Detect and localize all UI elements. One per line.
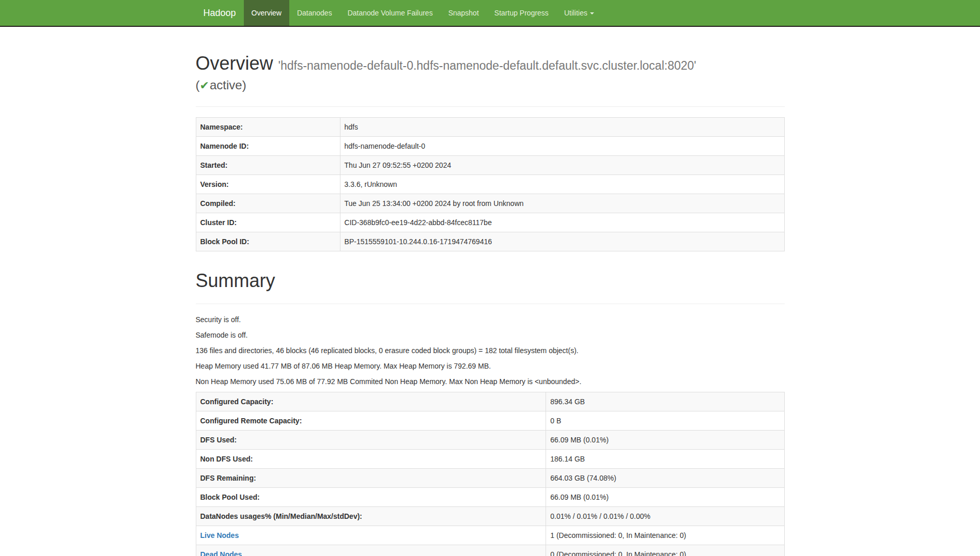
row-label: Block Pool ID: xyxy=(196,232,340,251)
namenode-info-table: Namespace:hdfsNamenode ID:hdfs-namenode-… xyxy=(196,117,785,251)
nav-label: Datanode Volume Failures xyxy=(348,9,433,17)
summary-line: Non Heap Memory used 75.06 MB of 77.92 M… xyxy=(196,376,785,387)
row-value: hdfs-namenode-default-0 xyxy=(340,136,784,155)
caret-down-icon xyxy=(590,12,594,14)
row-label: Compiled: xyxy=(196,194,340,213)
row-value: Thu Jun 27 09:52:55 +0200 2024 xyxy=(340,155,784,174)
brand-hadoop[interactable]: Hadoop xyxy=(196,0,244,26)
nav-item-utilities: Utilities xyxy=(556,0,602,26)
nav-item-startup-progress: Startup Progress xyxy=(487,0,556,26)
summary-title: Summary xyxy=(196,269,785,292)
row-value: Tue Jun 25 13:34:00 +0200 2024 by root f… xyxy=(340,194,784,213)
row-label: Non DFS Used: xyxy=(196,449,546,468)
nav-item-datanode-volume-failures: Datanode Volume Failures xyxy=(340,0,441,26)
table-row: Namespace:hdfs xyxy=(196,117,784,136)
nav-label: Overview xyxy=(252,9,282,17)
table-row: Namenode ID:hdfs-namenode-default-0 xyxy=(196,136,784,155)
row-label: Namespace: xyxy=(196,117,340,136)
summary-line: 136 files and directories, 46 blocks (46… xyxy=(196,345,785,356)
state-open-paren: ( xyxy=(196,78,200,92)
row-label: Namenode ID: xyxy=(196,136,340,155)
row-label: Block Pool Used: xyxy=(196,487,546,506)
summary-table: Configured Capacity:896.34 GBConfigured … xyxy=(196,392,785,556)
table-row: Block Pool ID:BP-1515559101-10.244.0.16-… xyxy=(196,232,784,251)
state-label: active xyxy=(210,78,242,92)
nav-link-datanode-volume-failures[interactable]: Datanode Volume Failures xyxy=(340,0,441,26)
nav-link-snapshot[interactable]: Snapshot xyxy=(441,0,487,26)
row-value: 896.34 GB xyxy=(546,392,784,411)
table-row: Configured Remote Capacity:0 B xyxy=(196,411,784,430)
dead-nodes-link[interactable]: Dead Nodes xyxy=(200,550,242,556)
row-label: Version: xyxy=(196,174,340,194)
nav-label: Utilities xyxy=(564,9,587,17)
summary-line: Security is off. xyxy=(196,314,785,325)
table-row: DFS Remaining:664.03 GB (74.08%) xyxy=(196,468,784,487)
summary-header: Summary xyxy=(196,251,785,304)
row-label: Live Nodes xyxy=(196,526,546,545)
top-navbar: Hadoop OverviewDatanodesDatanode Volume … xyxy=(0,0,980,27)
row-value: hdfs xyxy=(340,117,784,136)
row-value: 0.01% / 0.01% / 0.01% / 0.00% xyxy=(546,506,784,526)
table-row: DFS Used:66.09 MB (0.01%) xyxy=(196,430,784,449)
nav-label: Startup Progress xyxy=(494,9,549,17)
table-row: Version:3.3.6, rUnknown xyxy=(196,174,784,194)
row-label: Started: xyxy=(196,155,340,174)
row-label: DFS Remaining: xyxy=(196,468,546,487)
navbar-menu: OverviewDatanodesDatanode Volume Failure… xyxy=(244,0,602,26)
row-value: 0 B xyxy=(546,411,784,430)
row-value: CID-368b9fc0-ee19-4d22-abbd-84fcec8117be xyxy=(340,213,784,232)
row-label: Configured Remote Capacity: xyxy=(196,411,546,430)
row-label: Dead Nodes xyxy=(196,545,546,556)
row-value: 186.14 GB xyxy=(546,449,784,468)
summary-line: Safemode is off. xyxy=(196,330,785,340)
row-value: 3.3.6, rUnknown xyxy=(340,174,784,194)
main-content: Overview'hdfs-namenode-default-0.hdfs-na… xyxy=(188,27,792,556)
nav-link-overview[interactable]: Overview xyxy=(244,0,289,26)
nav-label: Snapshot xyxy=(448,9,479,17)
table-row: Cluster ID:CID-368b9fc0-ee19-4d22-abbd-8… xyxy=(196,213,784,232)
namenode-address: 'hdfs-namenode-default-0.hdfs-namenode-d… xyxy=(278,59,696,72)
nav-item-datanodes: Datanodes xyxy=(289,0,340,26)
row-value: 0 (Decommissioned: 0, In Maintenance: 0) xyxy=(546,545,784,556)
state-close-paren: ) xyxy=(242,78,246,92)
row-label: Cluster ID: xyxy=(196,213,340,232)
row-value: 66.09 MB (0.01%) xyxy=(546,487,784,506)
nav-link-startup-progress[interactable]: Startup Progress xyxy=(487,0,556,26)
table-row: Non DFS Used:186.14 GB xyxy=(196,449,784,468)
table-row: Dead Nodes0 (Decommissioned: 0, In Maint… xyxy=(196,545,784,556)
row-value: 66.09 MB (0.01%) xyxy=(546,430,784,449)
nav-link-datanodes[interactable]: Datanodes xyxy=(289,0,340,26)
row-value: 1 (Decommissioned: 0, In Maintenance: 0) xyxy=(546,526,784,545)
table-row: Block Pool Used:66.09 MB (0.01%) xyxy=(196,487,784,506)
summary-paragraphs: Security is off.Safemode is off.136 file… xyxy=(196,314,785,387)
table-row: Started:Thu Jun 27 09:52:55 +0200 2024 xyxy=(196,155,784,174)
row-label: DFS Used: xyxy=(196,430,546,449)
nav-link-utilities[interactable]: Utilities xyxy=(556,0,602,26)
namenode-state: (✔active) xyxy=(196,78,785,93)
nav-item-overview: Overview xyxy=(244,0,289,26)
table-row: Configured Capacity:896.34 GB xyxy=(196,392,784,411)
summary-line: Heap Memory used 41.77 MB of 87.06 MB He… xyxy=(196,361,785,371)
table-row: Live Nodes1 (Decommissioned: 0, In Maint… xyxy=(196,526,784,545)
nav-label: Datanodes xyxy=(297,9,332,17)
live-nodes-link[interactable]: Live Nodes xyxy=(200,531,239,539)
table-row: DataNodes usages% (Min/Median/Max/stdDev… xyxy=(196,506,784,526)
nav-item-snapshot: Snapshot xyxy=(441,0,487,26)
row-label: Configured Capacity: xyxy=(196,392,546,411)
page-title: Overview'hdfs-namenode-default-0.hdfs-na… xyxy=(196,52,785,75)
row-label: DataNodes usages% (Min/Median/Max/stdDev… xyxy=(196,506,546,526)
check-icon: ✔ xyxy=(200,79,209,92)
row-value: BP-1515559101-10.244.0.16-1719474769416 xyxy=(340,232,784,251)
row-value: 664.03 GB (74.08%) xyxy=(546,468,784,487)
table-row: Compiled:Tue Jun 25 13:34:00 +0200 2024 … xyxy=(196,194,784,213)
page-title-text: Overview xyxy=(196,53,273,74)
overview-header: Overview'hdfs-namenode-default-0.hdfs-na… xyxy=(196,27,785,107)
